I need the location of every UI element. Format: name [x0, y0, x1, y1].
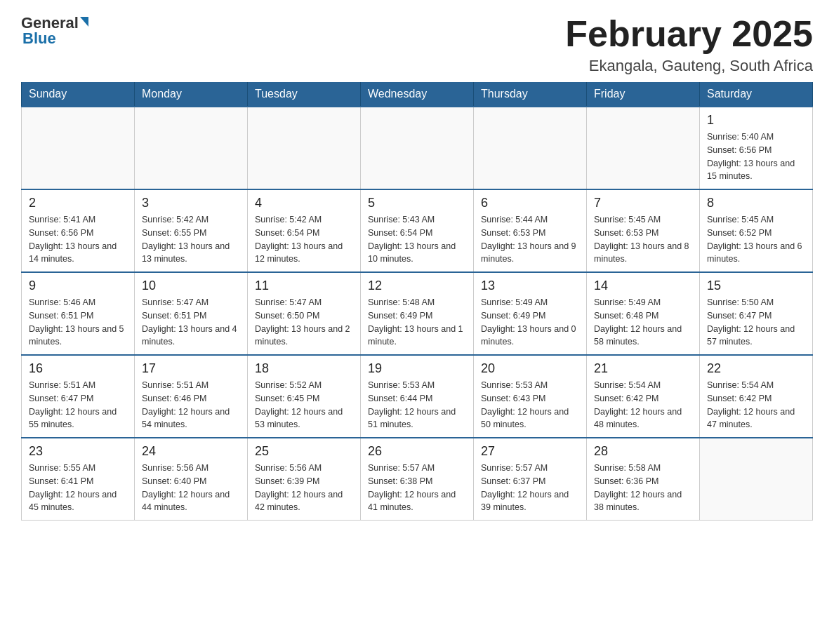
day-info: Sunrise: 5:47 AM Sunset: 6:50 PM Dayligh… [255, 296, 353, 349]
calendar-cell: 2Sunrise: 5:41 AM Sunset: 6:56 PM Daylig… [22, 189, 135, 272]
day-number: 2 [29, 196, 127, 210]
calendar-cell [587, 107, 700, 189]
day-number: 9 [29, 279, 127, 293]
calendar-cell: 15Sunrise: 5:50 AM Sunset: 6:47 PM Dayli… [700, 272, 813, 355]
calendar-week-row: 23Sunrise: 5:55 AM Sunset: 6:41 PM Dayli… [22, 438, 813, 521]
day-info: Sunrise: 5:48 AM Sunset: 6:49 PM Dayligh… [368, 296, 466, 349]
day-info: Sunrise: 5:40 AM Sunset: 6:56 PM Dayligh… [707, 130, 805, 183]
weekday-header-sunday: Sunday [22, 82, 135, 107]
day-info: Sunrise: 5:57 AM Sunset: 6:38 PM Dayligh… [368, 462, 466, 514]
day-info: Sunrise: 5:45 AM Sunset: 6:53 PM Dayligh… [594, 213, 692, 266]
day-number: 11 [255, 279, 353, 293]
calendar-cell: 28Sunrise: 5:58 AM Sunset: 6:36 PM Dayli… [587, 438, 700, 521]
day-info: Sunrise: 5:51 AM Sunset: 6:46 PM Dayligh… [142, 379, 240, 431]
calendar-cell: 12Sunrise: 5:48 AM Sunset: 6:49 PM Dayli… [361, 272, 474, 355]
day-number: 4 [255, 196, 353, 210]
day-info: Sunrise: 5:42 AM Sunset: 6:54 PM Dayligh… [255, 213, 353, 266]
calendar-cell: 7Sunrise: 5:45 AM Sunset: 6:53 PM Daylig… [587, 189, 700, 272]
calendar-cell: 14Sunrise: 5:49 AM Sunset: 6:48 PM Dayli… [587, 272, 700, 355]
day-number: 8 [707, 196, 805, 210]
day-number: 13 [481, 279, 579, 293]
calendar-title: February 2025 [565, 14, 813, 54]
calendar-cell: 20Sunrise: 5:53 AM Sunset: 6:43 PM Dayli… [474, 355, 587, 438]
day-number: 17 [142, 361, 240, 376]
calendar-week-row: 9Sunrise: 5:46 AM Sunset: 6:51 PM Daylig… [22, 272, 813, 355]
day-number: 23 [29, 444, 127, 459]
weekday-header-friday: Friday [587, 82, 700, 107]
day-info: Sunrise: 5:49 AM Sunset: 6:48 PM Dayligh… [594, 296, 692, 349]
day-number: 24 [142, 444, 240, 459]
weekday-header-monday: Monday [135, 82, 248, 107]
day-info: Sunrise: 5:45 AM Sunset: 6:52 PM Dayligh… [707, 213, 805, 266]
day-number: 20 [481, 361, 579, 376]
day-info: Sunrise: 5:58 AM Sunset: 6:36 PM Dayligh… [594, 462, 692, 514]
day-number: 25 [255, 444, 353, 459]
calendar-cell [22, 107, 135, 189]
title-block: February 2025 Ekangala, Gauteng, South A… [565, 14, 813, 75]
day-number: 26 [368, 444, 466, 459]
day-number: 14 [594, 279, 692, 293]
day-info: Sunrise: 5:42 AM Sunset: 6:55 PM Dayligh… [142, 213, 240, 266]
calendar-cell: 5Sunrise: 5:43 AM Sunset: 6:54 PM Daylig… [361, 189, 474, 272]
weekday-header-row: SundayMondayTuesdayWednesdayThursdayFrid… [22, 82, 813, 107]
page-header: General Blue February 2025 Ekangala, Gau… [21, 14, 813, 75]
calendar-cell: 21Sunrise: 5:54 AM Sunset: 6:42 PM Dayli… [587, 355, 700, 438]
calendar-cell: 23Sunrise: 5:55 AM Sunset: 6:41 PM Dayli… [22, 438, 135, 521]
day-info: Sunrise: 5:55 AM Sunset: 6:41 PM Dayligh… [29, 462, 127, 514]
calendar-cell: 26Sunrise: 5:57 AM Sunset: 6:38 PM Dayli… [361, 438, 474, 521]
day-info: Sunrise: 5:56 AM Sunset: 6:39 PM Dayligh… [255, 462, 353, 514]
logo-blue-label: Blue [21, 29, 56, 48]
day-info: Sunrise: 5:53 AM Sunset: 6:43 PM Dayligh… [481, 379, 579, 431]
calendar-cell: 8Sunrise: 5:45 AM Sunset: 6:52 PM Daylig… [700, 189, 813, 272]
calendar-cell: 24Sunrise: 5:56 AM Sunset: 6:40 PM Dayli… [135, 438, 248, 521]
calendar-cell [248, 107, 361, 189]
calendar-week-row: 2Sunrise: 5:41 AM Sunset: 6:56 PM Daylig… [22, 189, 813, 272]
day-info: Sunrise: 5:54 AM Sunset: 6:42 PM Dayligh… [707, 379, 805, 431]
day-number: 21 [594, 361, 692, 376]
day-number: 27 [481, 444, 579, 459]
calendar-cell: 1Sunrise: 5:40 AM Sunset: 6:56 PM Daylig… [700, 107, 813, 189]
day-number: 6 [481, 196, 579, 210]
calendar-cell [135, 107, 248, 189]
calendar-cell: 6Sunrise: 5:44 AM Sunset: 6:53 PM Daylig… [474, 189, 587, 272]
calendar-cell: 16Sunrise: 5:51 AM Sunset: 6:47 PM Dayli… [22, 355, 135, 438]
day-info: Sunrise: 5:57 AM Sunset: 6:37 PM Dayligh… [481, 462, 579, 514]
day-number: 1 [707, 113, 805, 128]
calendar-cell: 19Sunrise: 5:53 AM Sunset: 6:44 PM Dayli… [361, 355, 474, 438]
day-info: Sunrise: 5:41 AM Sunset: 6:56 PM Dayligh… [29, 213, 127, 266]
day-number: 28 [594, 444, 692, 459]
day-info: Sunrise: 5:43 AM Sunset: 6:54 PM Dayligh… [368, 213, 466, 266]
calendar-cell: 4Sunrise: 5:42 AM Sunset: 6:54 PM Daylig… [248, 189, 361, 272]
day-number: 10 [142, 279, 240, 293]
calendar-cell: 25Sunrise: 5:56 AM Sunset: 6:39 PM Dayli… [248, 438, 361, 521]
calendar-cell: 27Sunrise: 5:57 AM Sunset: 6:37 PM Dayli… [474, 438, 587, 521]
calendar-cell: 22Sunrise: 5:54 AM Sunset: 6:42 PM Dayli… [700, 355, 813, 438]
day-info: Sunrise: 5:44 AM Sunset: 6:53 PM Dayligh… [481, 213, 579, 266]
day-info: Sunrise: 5:50 AM Sunset: 6:47 PM Dayligh… [707, 296, 805, 349]
weekday-header-tuesday: Tuesday [248, 82, 361, 107]
day-number: 7 [594, 196, 692, 210]
calendar-cell: 11Sunrise: 5:47 AM Sunset: 6:50 PM Dayli… [248, 272, 361, 355]
day-number: 22 [707, 361, 805, 376]
day-number: 19 [368, 361, 466, 376]
day-info: Sunrise: 5:46 AM Sunset: 6:51 PM Dayligh… [29, 296, 127, 349]
calendar-cell: 13Sunrise: 5:49 AM Sunset: 6:49 PM Dayli… [474, 272, 587, 355]
calendar-cell [700, 438, 813, 521]
calendar-table: SundayMondayTuesdayWednesdayThursdayFrid… [21, 82, 813, 521]
weekday-header-wednesday: Wednesday [361, 82, 474, 107]
day-info: Sunrise: 5:54 AM Sunset: 6:42 PM Dayligh… [594, 379, 692, 431]
calendar-subtitle: Ekangala, Gauteng, South Africa [565, 57, 813, 75]
calendar-cell [474, 107, 587, 189]
day-number: 12 [368, 279, 466, 293]
day-info: Sunrise: 5:53 AM Sunset: 6:44 PM Dayligh… [368, 379, 466, 431]
calendar-cell: 18Sunrise: 5:52 AM Sunset: 6:45 PM Dayli… [248, 355, 361, 438]
day-info: Sunrise: 5:47 AM Sunset: 6:51 PM Dayligh… [142, 296, 240, 349]
logo: General Blue [21, 14, 88, 48]
day-info: Sunrise: 5:56 AM Sunset: 6:40 PM Dayligh… [142, 462, 240, 514]
weekday-header-saturday: Saturday [700, 82, 813, 107]
logo-arrow-icon [80, 17, 88, 27]
calendar-cell: 3Sunrise: 5:42 AM Sunset: 6:55 PM Daylig… [135, 189, 248, 272]
day-number: 5 [368, 196, 466, 210]
calendar-cell [361, 107, 474, 189]
calendar-week-row: 16Sunrise: 5:51 AM Sunset: 6:47 PM Dayli… [22, 355, 813, 438]
